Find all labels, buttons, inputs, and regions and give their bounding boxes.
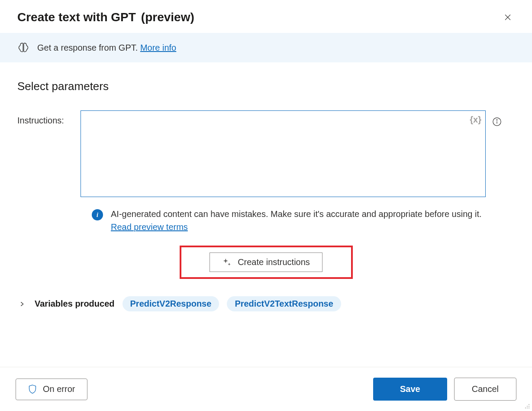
instructions-wrap: {x}: [81, 110, 486, 199]
svg-point-8: [529, 408, 529, 408]
banner-text-wrap: Get a response from GPT. More info: [37, 43, 176, 53]
create-instructions-label: Create instructions: [238, 257, 310, 267]
svg-point-5: [529, 406, 529, 407]
content: Select parameters Instructions: {x} i AI…: [0, 62, 532, 279]
resize-grip[interactable]: [523, 402, 530, 409]
highlight-annotation: Create instructions: [180, 246, 353, 279]
ai-disclaimer-text: AI-generated content can have mistakes. …: [111, 209, 482, 219]
dialog-footer: On error Save Cancel: [0, 367, 532, 411]
on-error-label: On error: [43, 384, 75, 394]
instructions-row: Instructions: {x}: [17, 110, 515, 199]
close-button[interactable]: [501, 10, 515, 24]
save-button[interactable]: Save: [373, 378, 447, 401]
svg-point-2: [497, 120, 497, 120]
variables-label: Variables produced: [35, 299, 115, 309]
banner-text: Get a response from GPT.: [37, 43, 140, 52]
ai-disclaimer-text-wrap: AI-generated content can have mistakes. …: [111, 207, 490, 233]
footer-actions: Save Cancel: [373, 378, 516, 401]
dialog-title: Create text with GPT: [17, 10, 136, 24]
svg-point-6: [525, 408, 526, 408]
svg-point-4: [527, 406, 528, 407]
preview-terms-link[interactable]: Read preview terms: [111, 222, 188, 232]
sparkle-icon: [222, 258, 232, 267]
svg-point-3: [529, 404, 529, 405]
instructions-info-button[interactable]: [492, 117, 502, 127]
close-icon: [504, 13, 512, 21]
info-icon: [492, 117, 502, 126]
on-error-button[interactable]: On error: [16, 379, 87, 400]
ai-disclaimer: i AI-generated content can have mistakes…: [92, 207, 490, 233]
variable-pill-0[interactable]: PredictV2Response: [123, 296, 219, 311]
brain-icon: [17, 42, 29, 54]
variables-row: Variables produced PredictV2Response Pre…: [0, 296, 532, 311]
instructions-label: Instructions:: [17, 110, 74, 126]
more-info-link[interactable]: More info: [140, 43, 176, 52]
insert-variable-button[interactable]: {x}: [470, 115, 481, 125]
create-instructions-button[interactable]: Create instructions: [210, 252, 322, 272]
variables-toggle[interactable]: [17, 299, 27, 309]
title-wrap: Create text with GPT (preview): [17, 10, 194, 24]
svg-point-7: [527, 408, 528, 408]
cancel-button[interactable]: Cancel: [454, 378, 516, 401]
resize-grip-icon: [523, 402, 530, 409]
shield-icon: [28, 384, 37, 395]
info-badge-icon: i: [92, 209, 103, 220]
variable-pill-1[interactable]: PredictV2TextResponse: [227, 296, 341, 311]
info-banner: Get a response from GPT. More info: [0, 33, 532, 62]
preview-tag: (preview): [141, 10, 194, 24]
dialog-header: Create text with GPT (preview): [0, 0, 532, 33]
instructions-input[interactable]: [81, 110, 486, 197]
section-title: Select parameters: [17, 80, 515, 93]
chevron-right-icon: [19, 301, 25, 307]
